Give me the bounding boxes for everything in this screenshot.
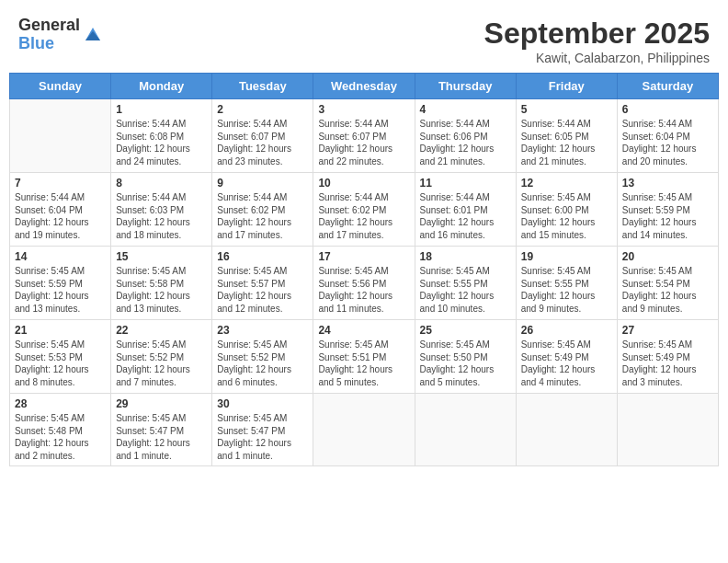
calendar-cell: [415, 394, 516, 466]
day-number: 7: [15, 177, 106, 190]
day-number: 1: [116, 103, 207, 116]
day-number: 21: [15, 324, 106, 337]
calendar-cell: [313, 394, 415, 466]
day-number: 16: [217, 250, 308, 263]
calendar-cell: 10Sunrise: 5:44 AMSunset: 6:02 PMDayligh…: [313, 173, 415, 247]
day-of-week-header: Friday: [516, 74, 617, 99]
day-number: 19: [521, 250, 612, 263]
calendar-cell: 18Sunrise: 5:45 AMSunset: 5:55 PMDayligh…: [415, 247, 516, 320]
month-title: September 2025: [484, 17, 710, 51]
day-number: 13: [622, 177, 713, 190]
logo-icon: [82, 24, 104, 46]
calendar-cell: 9Sunrise: 5:44 AMSunset: 6:02 PMDaylight…: [212, 173, 313, 247]
calendar-week-row: 7Sunrise: 5:44 AMSunset: 6:04 PMDaylight…: [10, 173, 719, 247]
calendar-cell: 24Sunrise: 5:45 AMSunset: 5:51 PMDayligh…: [313, 320, 415, 394]
day-info: Sunrise: 5:45 AMSunset: 5:47 PMDaylight:…: [217, 412, 308, 462]
svg-marker-1: [85, 31, 100, 40]
calendar-week-row: 28Sunrise: 5:45 AMSunset: 5:48 PMDayligh…: [10, 394, 719, 466]
calendar-cell: [516, 394, 617, 466]
day-number: 30: [217, 397, 308, 410]
day-info: Sunrise: 5:45 AMSunset: 5:48 PMDaylight:…: [15, 412, 106, 462]
location: Kawit, Calabarzon, Philippines: [484, 51, 710, 65]
day-info: Sunrise: 5:45 AMSunset: 5:53 PMDaylight:…: [15, 339, 106, 388]
day-number: 17: [318, 250, 409, 263]
day-number: 11: [420, 177, 511, 190]
day-info: Sunrise: 5:45 AMSunset: 5:56 PMDaylight:…: [318, 265, 409, 315]
day-info: Sunrise: 5:44 AMSunset: 6:04 PMDaylight:…: [15, 191, 106, 241]
day-number: 4: [420, 103, 511, 116]
calendar-cell: 29Sunrise: 5:45 AMSunset: 5:47 PMDayligh…: [111, 394, 212, 466]
logo-blue-text: Blue: [18, 35, 80, 53]
day-info: Sunrise: 5:45 AMSunset: 6:00 PMDaylight:…: [521, 191, 612, 241]
calendar-cell: [10, 99, 111, 173]
day-number: 27: [622, 324, 713, 337]
day-info: Sunrise: 5:45 AMSunset: 5:59 PMDaylight:…: [622, 191, 713, 241]
calendar-week-row: 14Sunrise: 5:45 AMSunset: 5:59 PMDayligh…: [10, 247, 719, 320]
day-of-week-header: Saturday: [617, 74, 718, 99]
day-number: 28: [15, 397, 106, 410]
calendar-cell: 19Sunrise: 5:45 AMSunset: 5:55 PMDayligh…: [516, 247, 617, 320]
day-number: 26: [521, 324, 612, 337]
calendar-table: SundayMondayTuesdayWednesdayThursdayFrid…: [9, 73, 719, 466]
day-number: 29: [116, 397, 207, 410]
calendar-week-row: 1Sunrise: 5:44 AMSunset: 6:08 PMDaylight…: [10, 99, 719, 173]
calendar-cell: 20Sunrise: 5:45 AMSunset: 5:54 PMDayligh…: [617, 247, 718, 320]
day-of-week-header: Tuesday: [212, 74, 313, 99]
day-number: 6: [622, 103, 713, 116]
calendar-cell: 7Sunrise: 5:44 AMSunset: 6:04 PMDaylight…: [10, 173, 111, 247]
calendar-cell: [617, 394, 718, 466]
calendar-cell: 5Sunrise: 5:44 AMSunset: 6:05 PMDaylight…: [516, 99, 617, 173]
calendar-cell: 27Sunrise: 5:45 AMSunset: 5:49 PMDayligh…: [617, 320, 718, 394]
day-number: 10: [318, 177, 409, 190]
calendar-cell: 3Sunrise: 5:44 AMSunset: 6:07 PMDaylight…: [313, 99, 415, 173]
calendar-header-row: SundayMondayTuesdayWednesdayThursdayFrid…: [10, 74, 719, 99]
calendar-cell: 17Sunrise: 5:45 AMSunset: 5:56 PMDayligh…: [313, 247, 415, 320]
day-number: 24: [318, 324, 409, 337]
day-number: 9: [217, 177, 308, 190]
calendar-cell: 4Sunrise: 5:44 AMSunset: 6:06 PMDaylight…: [415, 99, 516, 173]
calendar-cell: 22Sunrise: 5:45 AMSunset: 5:52 PMDayligh…: [111, 320, 212, 394]
day-number: 12: [521, 177, 612, 190]
day-info: Sunrise: 5:45 AMSunset: 5:52 PMDaylight:…: [217, 339, 308, 388]
title-block: September 2025 Kawit, Calabarzon, Philip…: [484, 17, 710, 65]
day-number: 22: [116, 324, 207, 337]
calendar-cell: 15Sunrise: 5:45 AMSunset: 5:58 PMDayligh…: [111, 247, 212, 320]
day-info: Sunrise: 5:44 AMSunset: 6:07 PMDaylight:…: [217, 118, 308, 167]
logo: General Blue: [18, 17, 104, 53]
day-info: Sunrise: 5:44 AMSunset: 6:05 PMDaylight:…: [521, 118, 612, 167]
day-info: Sunrise: 5:45 AMSunset: 5:58 PMDaylight:…: [116, 265, 207, 315]
day-info: Sunrise: 5:45 AMSunset: 5:57 PMDaylight:…: [217, 265, 308, 315]
day-number: 25: [420, 324, 511, 337]
day-info: Sunrise: 5:44 AMSunset: 6:02 PMDaylight:…: [318, 191, 409, 241]
day-of-week-header: Sunday: [10, 74, 111, 99]
logo-general-text: General: [18, 17, 80, 35]
calendar-cell: 1Sunrise: 5:44 AMSunset: 6:08 PMDaylight…: [111, 99, 212, 173]
day-number: 23: [217, 324, 308, 337]
day-info: Sunrise: 5:44 AMSunset: 6:04 PMDaylight:…: [622, 118, 713, 167]
day-number: 15: [116, 250, 207, 263]
day-number: 2: [217, 103, 308, 116]
day-info: Sunrise: 5:45 AMSunset: 5:50 PMDaylight:…: [420, 339, 511, 388]
day-info: Sunrise: 5:45 AMSunset: 5:52 PMDaylight:…: [116, 339, 207, 388]
calendar-cell: 12Sunrise: 5:45 AMSunset: 6:00 PMDayligh…: [516, 173, 617, 247]
calendar-cell: 8Sunrise: 5:44 AMSunset: 6:03 PMDaylight…: [111, 173, 212, 247]
day-number: 8: [116, 177, 207, 190]
day-number: 18: [420, 250, 511, 263]
day-info: Sunrise: 5:45 AMSunset: 5:59 PMDaylight:…: [15, 265, 106, 315]
day-number: 14: [15, 250, 106, 263]
day-number: 20: [622, 250, 713, 263]
day-of-week-header: Monday: [111, 74, 212, 99]
day-info: Sunrise: 5:45 AMSunset: 5:55 PMDaylight:…: [521, 265, 612, 315]
day-number: 3: [318, 103, 409, 116]
day-info: Sunrise: 5:45 AMSunset: 5:47 PMDaylight:…: [116, 412, 207, 462]
day-info: Sunrise: 5:44 AMSunset: 6:03 PMDaylight:…: [116, 191, 207, 241]
day-info: Sunrise: 5:44 AMSunset: 6:06 PMDaylight:…: [420, 118, 511, 167]
calendar-cell: 13Sunrise: 5:45 AMSunset: 5:59 PMDayligh…: [617, 173, 718, 247]
day-info: Sunrise: 5:45 AMSunset: 5:49 PMDaylight:…: [622, 339, 713, 388]
day-of-week-header: Wednesday: [313, 74, 415, 99]
day-info: Sunrise: 5:45 AMSunset: 5:54 PMDaylight:…: [622, 265, 713, 315]
calendar-cell: 21Sunrise: 5:45 AMSunset: 5:53 PMDayligh…: [10, 320, 111, 394]
calendar-cell: 30Sunrise: 5:45 AMSunset: 5:47 PMDayligh…: [212, 394, 313, 466]
day-info: Sunrise: 5:44 AMSunset: 6:08 PMDaylight:…: [116, 118, 207, 167]
calendar-cell: 28Sunrise: 5:45 AMSunset: 5:48 PMDayligh…: [10, 394, 111, 466]
